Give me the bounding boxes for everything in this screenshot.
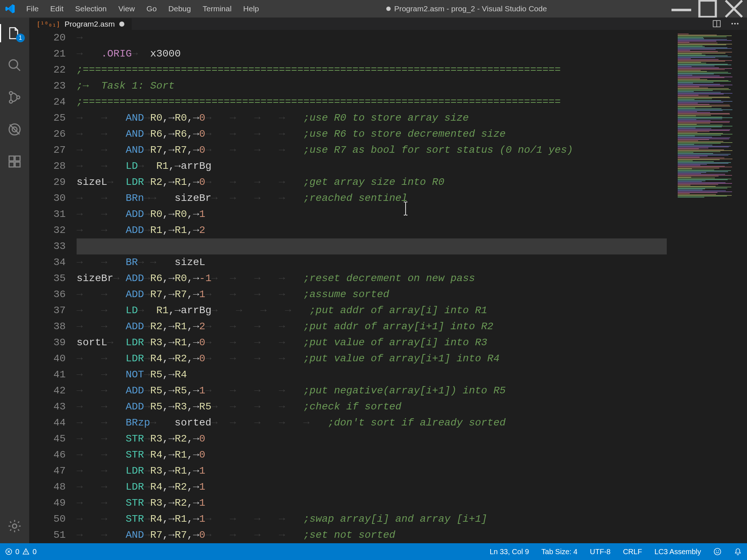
activity-explorer[interactable]: 1 [0,22,29,44]
split-editor-icon[interactable] [712,19,721,28]
activity-extensions[interactable] [0,150,29,173]
code-line[interactable]: → → AND→R6,→R6,→0→ → → → ;use R6 to stor… [77,126,667,142]
line-number: 46 [29,447,66,463]
explorer-badge: 1 [16,34,25,42]
line-number: 41 [29,367,66,383]
svg-point-18 [714,548,721,555]
code-line[interactable]: → → STR→R3,→R2,→0 [77,431,667,447]
code-line[interactable]: → → LDR→R4,→R2,→1 [77,479,667,495]
svg-rect-0 [671,9,691,11]
activity-debug[interactable] [0,118,29,141]
code-area[interactable]: → → .ORIG→ x3000;=======================… [77,30,747,543]
line-number: 28 [29,158,66,174]
line-number: 43 [29,399,66,415]
code-line[interactable]: → → BRn→→ sizeBr→ → → → ;reached sentine… [77,190,667,206]
tab-filename: Program2.asm [65,20,115,28]
line-number: 44 [29,415,66,431]
code-line[interactable]: → → LD→ R1,→arrBg [77,158,667,174]
code-line[interactable]: ;=======================================… [77,62,667,78]
code-line[interactable]: → → ADD→R2,→R1,→2→ → → → ;put addr of ar… [77,319,667,335]
menu-selection[interactable]: Selection [69,0,112,18]
code-line[interactable]: sizeBr→ ADD→R6,→R0,→-1→ → → → ;reset dec… [77,271,667,287]
line-number: 39 [29,335,66,351]
code-line[interactable]: → → BRzp→ sorted→ → → → → ;don't sort if… [77,415,667,431]
status-encoding[interactable]: UTF-8 [590,548,611,556]
menu-edit[interactable]: Edit [44,0,69,18]
code-line[interactable]: → → LD→ R1,→arrBg→ → → → ;put addr of ar… [77,303,667,319]
svg-point-2 [9,60,18,68]
status-bell-icon[interactable] [734,548,742,556]
svg-point-20 [718,551,719,551]
activity-scm[interactable] [0,86,29,109]
code-line[interactable]: → → LDR→R4,→R2,→0→ → → → ;put value of a… [77,351,667,367]
window-title: Program2.asm - prog_2 - Visual Studio Co… [265,4,668,13]
line-number: 42 [29,383,66,399]
svg-point-12 [12,524,17,528]
line-number: 37 [29,303,66,319]
code-line[interactable]: → → AND→R0,→R0,→0→ → → → ;use R0 to stor… [77,110,667,126]
menu-file[interactable]: File [20,0,44,18]
svg-point-14 [731,23,733,24]
line-number: 50 [29,511,66,527]
line-number: 20 [29,30,66,46]
tab-dirty-icon [119,22,124,27]
code-line[interactable]: → .ORIG→ x3000 [77,46,667,62]
line-number: 22 [29,62,66,78]
menu-help[interactable]: Help [237,0,265,18]
code-line[interactable]: → → AND→R7,→R7,→0→ → → → ;set not sorted [77,527,667,543]
svg-point-15 [734,23,736,24]
code-line[interactable]: → → ADD→R5,→R3,→R5→ → → → ;check if sort… [77,399,667,415]
status-indent[interactable]: Tab Size: 4 [541,548,577,556]
code-line[interactable]: → → ADD→R1,→R1,→2 [77,222,667,238]
tab-program2[interactable]: [¹⁰₀₁] Program2.asm [29,18,132,30]
status-problems[interactable]: 0 0 [5,548,36,556]
editor[interactable]: 2021222324252627282930313233343536373839… [29,30,747,543]
line-number: 27 [29,142,66,158]
line-number: 38 [29,319,66,335]
status-eol[interactable]: CRLF [623,548,642,556]
code-line[interactable]: → → STR→R3,→R2,→1 [77,495,667,511]
line-number: 36 [29,287,66,303]
line-number: 48 [29,479,66,495]
code-line[interactable]: ;→ Task 1: Sort [77,78,667,94]
svg-point-4 [9,100,12,103]
maximize-button[interactable] [694,0,721,18]
minimap[interactable] [674,30,747,543]
code-line[interactable]: → → ADD→R0,→R0,→1 [77,206,667,222]
code-line[interactable] [77,238,667,254]
line-number: 29 [29,174,66,190]
status-lang[interactable]: LC3 Assembly [654,548,701,556]
code-line[interactable]: → [77,30,667,46]
activity-settings[interactable] [0,515,29,537]
menu-debug[interactable]: Debug [163,0,197,18]
code-line[interactable]: ;=======================================… [77,94,667,110]
svg-rect-9 [15,156,20,161]
code-line[interactable]: → → ADD→R7,→R7,→1→ → → → ;assume sorted [77,287,667,303]
svg-point-5 [17,96,20,99]
code-line[interactable]: sizeL→ LDR→R2,→R1,→0→ → → → ;get array s… [77,174,667,190]
line-number: 31 [29,206,66,222]
code-line[interactable]: → → AND→R7,→R7,→0→ → → → ;use R7 as bool… [77,142,667,158]
error-icon [5,548,12,555]
minimize-button[interactable] [668,0,694,18]
asm-file-icon: [¹⁰₀₁] [36,20,60,28]
svg-rect-10 [9,162,14,167]
menu-go[interactable]: Go [141,0,163,18]
status-cursor[interactable]: Ln 33, Col 9 [489,548,529,556]
activity-search[interactable] [0,54,29,77]
code-line[interactable]: → → STR→R4,→R1,→0 [77,447,667,463]
close-button[interactable] [721,0,747,18]
code-line[interactable]: → → NOT→R5,→R4 [77,367,667,383]
tab-bar: [¹⁰₀₁] Program2.asm [29,18,747,30]
more-actions-icon[interactable] [730,19,740,28]
code-line[interactable]: → → BR→ → sizeL [77,254,667,271]
code-line[interactable]: sortL→ LDR→R3,→R1,→0→ → → → ;put value o… [77,335,667,351]
window-title-text: Program2.asm - prog_2 - Visual Studio Co… [394,4,547,13]
menu-terminal[interactable]: Terminal [197,0,237,18]
status-feedback-icon[interactable] [713,548,721,556]
code-line[interactable]: → → ADD→R5,→R5,→1→ → → → ;put negative(a… [77,383,667,399]
code-line[interactable]: → → LDR→R3,→R1,→1 [77,463,667,479]
menu-view[interactable]: View [112,0,140,18]
activity-bar: 1 [0,18,29,543]
code-line[interactable]: → → STR→R4,→R1,→1→ → → → ;swap array[i] … [77,511,667,527]
